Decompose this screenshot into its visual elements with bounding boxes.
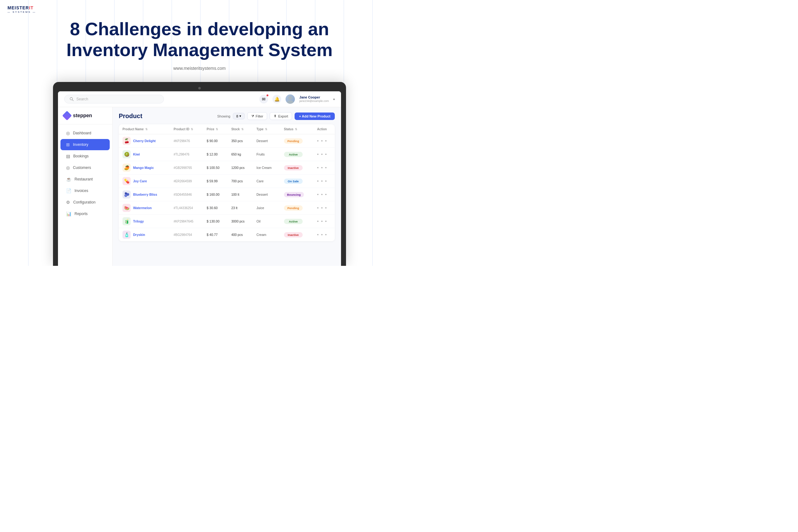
product-name-link-4[interactable]: Blueberry Bliss: [133, 193, 157, 196]
sort-icon-stock: ⇅: [241, 128, 244, 131]
table-row: 🍉 Watermelon #TL44336254 $ 30.60 23 lt J…: [119, 201, 335, 215]
cell-price-2: $ 100.50: [203, 161, 228, 174]
cell-type-2: Ice Cream: [253, 161, 280, 174]
search-placeholder: Search: [76, 97, 88, 101]
sidebar-item-inventory[interactable]: ⊞ Inventory: [60, 139, 110, 150]
cell-status-2: Inactive: [280, 161, 314, 174]
showing-count-badge[interactable]: 8 ▾: [233, 113, 245, 119]
sidebar: steppen ◎ Dashboard ⊞ Inventory ▤ Bookin…: [58, 107, 113, 266]
col-stock[interactable]: Stock ⇅: [228, 125, 253, 134]
action-menu-0[interactable]: • • •: [317, 138, 327, 144]
cell-stock-0: 350 pcs: [228, 134, 253, 148]
filter-button[interactable]: ⧩ Filter: [247, 112, 267, 120]
product-table: Product Name ⇅ Product ID ⇅ Price: [119, 125, 335, 241]
cell-product-name-4: 🫐 Blueberry Bliss: [119, 188, 170, 201]
title-section: 8 Challenges in developing an Inventory …: [0, 19, 399, 71]
table-row: 🧴 Dryskin #BG2984764 $ 40.77 400 pcs Cre…: [119, 228, 335, 242]
col-status[interactable]: Status ⇅: [280, 125, 314, 134]
product-name-link-3[interactable]: Joy Care: [133, 179, 147, 183]
cell-action-2[interactable]: • • •: [313, 161, 335, 174]
cell-product-name-7: 🧴 Dryskin: [119, 228, 170, 242]
cell-status-4: Bouncing: [280, 188, 314, 201]
action-menu-4[interactable]: • • •: [317, 192, 327, 197]
main-content: Product Showing 8 ▾ ⧩ Filter: [113, 107, 341, 266]
svg-point-2: [288, 96, 292, 100]
sidebar-label-reports: Reports: [75, 212, 88, 216]
status-badge-0: Pending: [284, 138, 303, 144]
sidebar-item-customers[interactable]: ◎ Customers: [60, 162, 110, 173]
action-menu-7[interactable]: • • •: [317, 232, 327, 237]
cell-product-id-1: #TL298476: [170, 148, 203, 161]
cell-product-name-2: 🥭 Mango Magic: [119, 161, 170, 174]
cell-price-1: $ 12.00: [203, 148, 228, 161]
sidebar-item-reports[interactable]: 📊 Reports: [60, 208, 110, 220]
cell-action-0[interactable]: • • •: [313, 134, 335, 148]
cell-stock-1: 650 kg: [228, 148, 253, 161]
product-name-link-6[interactable]: Trilogy: [133, 220, 144, 223]
cell-action-7[interactable]: • • •: [313, 228, 335, 242]
product-name-link-1[interactable]: Kiwi: [133, 152, 140, 156]
header-controls: Showing 8 ▾ ⧩ Filter ⬆ Export: [217, 112, 335, 120]
action-menu-2[interactable]: • • •: [317, 165, 327, 170]
product-name-link-5[interactable]: Watermelon: [133, 206, 152, 210]
product-name-link-7[interactable]: Dryskin: [133, 233, 145, 236]
status-badge-6: Active: [284, 219, 303, 224]
col-product-name[interactable]: Product Name ⇅: [119, 125, 170, 134]
col-product-id[interactable]: Product ID ⇅: [170, 125, 203, 134]
svg-line-1: [72, 100, 74, 101]
sidebar-item-configuration[interactable]: ⚙ Configuration: [60, 197, 110, 208]
user-info: Jane Cooper jane234@example.com: [299, 95, 329, 103]
export-button[interactable]: ⬆ Export: [270, 112, 292, 120]
cell-action-5[interactable]: • • •: [313, 201, 335, 215]
mail-icon[interactable]: ✉: [259, 95, 268, 103]
cell-type-4: Dessert: [253, 188, 280, 201]
sort-icon-id: ⇅: [191, 128, 193, 131]
sort-icon-name: ⇅: [145, 128, 148, 131]
table-row: 🥭 Mango Magic #GB2998765 $ 100.50 1200 p…: [119, 161, 335, 174]
table-header: Product Name ⇅ Product ID ⇅ Price: [119, 125, 335, 134]
cell-action-6[interactable]: • • •: [313, 215, 335, 228]
chevron-down-icon[interactable]: ▾: [333, 98, 335, 101]
app-body: steppen ◎ Dashboard ⊞ Inventory ▤ Bookin…: [58, 107, 341, 266]
sidebar-item-invoices[interactable]: 📄 Invoices: [60, 185, 110, 196]
inventory-icon: ⊞: [66, 142, 70, 147]
cell-action-4[interactable]: • • •: [313, 188, 335, 201]
table-row: 🥝 Kiwi #TL298476 $ 12.00 650 kg Fruits A…: [119, 148, 335, 161]
brand-name: steppen: [73, 113, 92, 118]
action-menu-1[interactable]: • • •: [317, 152, 327, 157]
add-product-button[interactable]: + Add New Product: [294, 113, 335, 120]
cell-status-1: Active: [280, 148, 314, 161]
filter-label: Filter: [255, 114, 263, 118]
search-bar[interactable]: Search: [64, 95, 164, 103]
col-type[interactable]: Type ⇅: [253, 125, 280, 134]
products-table-element: Product Name ⇅ Product ID ⇅ Price: [119, 125, 335, 241]
customers-icon: ◎: [66, 165, 70, 170]
col-price[interactable]: Price ⇅: [203, 125, 228, 134]
cell-product-id-7: #BG2984764: [170, 228, 203, 242]
cell-action-1[interactable]: • • •: [313, 148, 335, 161]
action-menu-6[interactable]: • • •: [317, 219, 327, 224]
cell-product-name-6: 🧃 Trilogy: [119, 215, 170, 228]
product-name-link-0[interactable]: Cherry Delight: [133, 139, 155, 143]
product-name-link-2[interactable]: Mango Magic: [133, 166, 154, 170]
status-badge-4: Bouncing: [284, 192, 304, 197]
action-menu-3[interactable]: • • •: [317, 178, 327, 184]
action-menu-5[interactable]: • • •: [317, 205, 327, 210]
cell-stock-7: 400 pcs: [228, 228, 253, 242]
sidebar-item-bookings[interactable]: ▤ Bookings: [60, 151, 110, 162]
showing-label: Showing: [217, 114, 230, 118]
title-line1: 8 Challenges in developing an: [70, 19, 329, 39]
cell-product-name-1: 🥝 Kiwi: [119, 148, 170, 161]
search-icon: [70, 97, 74, 101]
mail-badge: [266, 94, 269, 97]
product-img-7: 🧴: [122, 231, 131, 239]
bell-icon[interactable]: 🔔: [272, 95, 281, 103]
cell-action-3[interactable]: • • •: [313, 174, 335, 188]
product-header: Product Showing 8 ▾ ⧩ Filter: [119, 112, 335, 120]
cell-stock-5: 23 lt: [228, 201, 253, 215]
sidebar-item-restaurant[interactable]: ☕ Restaurant: [60, 174, 110, 185]
table-row: 💊 Joy Care #ER2664599 $ 59.99 700 pcs Ca…: [119, 174, 335, 188]
brand-logo-icon: [62, 111, 72, 120]
sidebar-item-dashboard[interactable]: ◎ Dashboard: [60, 128, 110, 139]
sidebar-label-bookings: Bookings: [73, 154, 89, 158]
